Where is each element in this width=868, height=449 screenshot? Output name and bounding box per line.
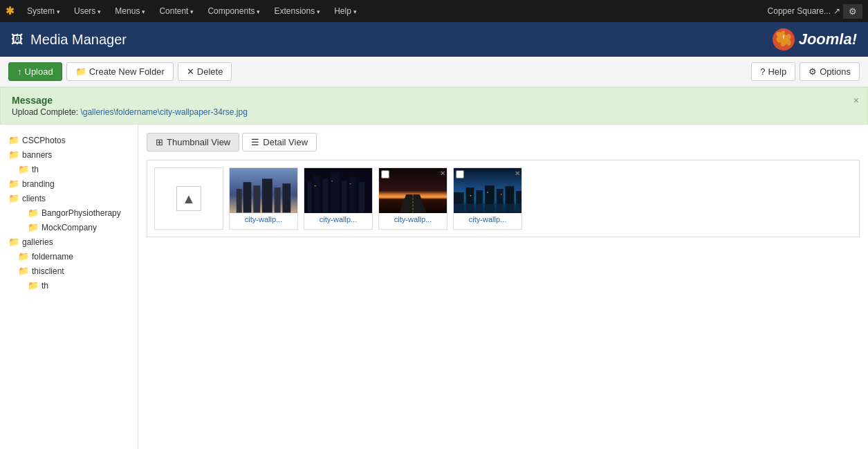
options-button[interactable]: ⚙ Options [800,62,860,81]
create-folder-label: Create New Folder [89,66,165,77]
nav-users[interactable]: Users [67,0,108,22]
svg-rect-10 [314,175,321,212]
folder-label: th [32,165,39,174]
folder-label: th [41,281,48,291]
folder-sidebar: 📁 CSCPhotos 📁 banners 📁 th 📁 branding 📁 … [0,125,138,449]
folder-label: galleries [22,237,53,247]
folder-label: foldername [32,252,73,262]
folder-icon: 📁 [18,164,29,174]
delete-button[interactable]: ✕ Delete [178,62,232,81]
extensions-chevron [317,6,320,16]
toolbar: ↑ Upload 📁 Create New Folder ✕ Delete ? … [0,57,868,87]
folder-icon: 📁 [8,193,19,203]
folder-label: banners [22,150,52,160]
system-chevron [57,6,60,16]
svg-rect-30 [454,204,521,213]
sidebar-item-th2[interactable]: 📁 th [0,278,138,293]
detail-view-button[interactable]: ☰ Detail View [242,133,317,152]
svg-rect-17 [331,181,333,181]
create-folder-button[interactable]: 📁 Create New Folder [66,62,174,81]
svg-rect-4 [253,185,260,212]
sidebar-item-banners[interactable]: 📁 banners [0,147,138,162]
view-buttons: ⊞ Thumbnail View ☰ Detail View [147,133,860,152]
thumbnail-label[interactable]: city-wallp... [304,213,372,226]
folder-label: clients [22,194,46,203]
folder-icon: 📁 [8,237,19,247]
nav-menus[interactable]: Menus [108,0,152,22]
svg-rect-5 [262,178,273,212]
thumbnail-view-label: Thumbnail View [167,137,230,147]
site-link[interactable]: Copper Square... [768,6,831,16]
thumbnail-close-button[interactable]: ✕ [515,169,520,177]
media-manager-icon: 🖼 [11,33,24,47]
users-chevron [98,6,101,16]
svg-point-31 [470,195,472,196]
thumbnail-label[interactable]: city-wallp... [230,213,297,226]
nav-extensions[interactable]: Extensions [267,0,327,22]
svg-rect-15 [358,182,364,212]
message-link[interactable]: \galleries\foldername\city-wallpaper-34r… [80,107,247,117]
message-body: Upload Complete: \galleries\foldername\c… [12,107,856,117]
sidebar-item-th[interactable]: 📁 th [0,162,138,176]
svg-rect-18 [350,183,351,184]
sidebar-item-thisclient[interactable]: 📁 thisclient [0,264,138,278]
up-arrow-icon: ▲ [176,186,201,211]
thumbnail-grid-icon: ⊞ [156,137,163,147]
options-gear-icon: ⚙ [809,66,817,77]
nav-system[interactable]: System [20,0,67,22]
thumbnail-view-button[interactable]: ⊞ Thumbnail View [147,133,239,152]
folder-icon: 📁 [18,266,29,276]
thumbnail-item: ✕ city-wallp... [378,167,447,230]
top-navigation: ✱ System Users Menus Content Components … [0,0,868,22]
menus-chevron [142,6,145,16]
sidebar-item-branding[interactable]: 📁 branding [0,176,138,191]
thumbnail-checkbox[interactable] [381,170,389,178]
sidebar-item-cscphotos[interactable]: 📁 CSCPhotos [0,133,138,147]
upload-icon: ↑ [17,66,22,77]
svg-point-33 [501,194,502,195]
folder-icon: 📁 [28,222,39,232]
svg-rect-9 [308,182,312,212]
sidebar-item-bangor[interactable]: 📁 BangorPhysiotherapy [0,205,138,220]
page-title: Media Manager [30,32,771,48]
delete-label: Delete [197,66,223,77]
svg-rect-2 [237,189,242,212]
components-chevron [257,6,260,16]
thumbnail-checkbox[interactable] [456,170,464,178]
detail-list-icon: ☰ [251,137,259,147]
joomla-logo-text: Joomla! [799,30,857,48]
header-bar: 🖼 Media Manager Joomla! [0,22,868,57]
svg-rect-13 [342,181,347,212]
thumbnail-label[interactable]: city-wallp... [454,213,521,226]
message-prefix: Upload Complete: [12,107,80,117]
svg-rect-16 [315,185,316,186]
options-label: Options [820,66,851,77]
main-content: 📁 CSCPhotos 📁 banners 📁 th 📁 branding 📁 … [0,125,868,449]
folder-label: CSCPhotos [22,136,66,145]
svg-rect-6 [275,187,281,212]
thumbnail-item: ✕ city-wallp... [229,167,298,230]
sidebar-item-mockcompany[interactable]: 📁 MockCompany [0,220,138,235]
folder-label: BangorPhysiotherapy [41,208,121,218]
thumbnail-close-button[interactable]: ✕ [440,169,445,177]
svg-rect-12 [330,172,340,213]
nav-help[interactable]: Help [327,0,364,22]
message-close-button[interactable]: × [853,95,859,106]
settings-button[interactable]: ⚙ [843,4,862,19]
help-button[interactable]: ? Help [751,62,795,81]
folder-label: thisclient [32,266,64,276]
thumbnail-label[interactable]: city-wallp... [379,213,447,226]
detail-view-label: Detail View [263,137,308,147]
folder-icon: 📁 [8,178,19,189]
svg-rect-3 [243,182,252,212]
up-folder-item[interactable]: ▲ [154,167,223,230]
nav-components[interactable]: Components [201,0,267,22]
folder-icon: 📁 [75,66,86,77]
sidebar-item-galleries[interactable]: 📁 galleries [0,235,138,249]
nav-content[interactable]: Content [152,0,201,22]
upload-label: Upload [25,66,53,77]
thumbnail-image [230,168,297,213]
sidebar-item-foldername[interactable]: 📁 foldername [0,249,138,264]
sidebar-item-clients[interactable]: 📁 clients [0,191,138,205]
upload-button[interactable]: ↑ Upload [8,62,62,81]
